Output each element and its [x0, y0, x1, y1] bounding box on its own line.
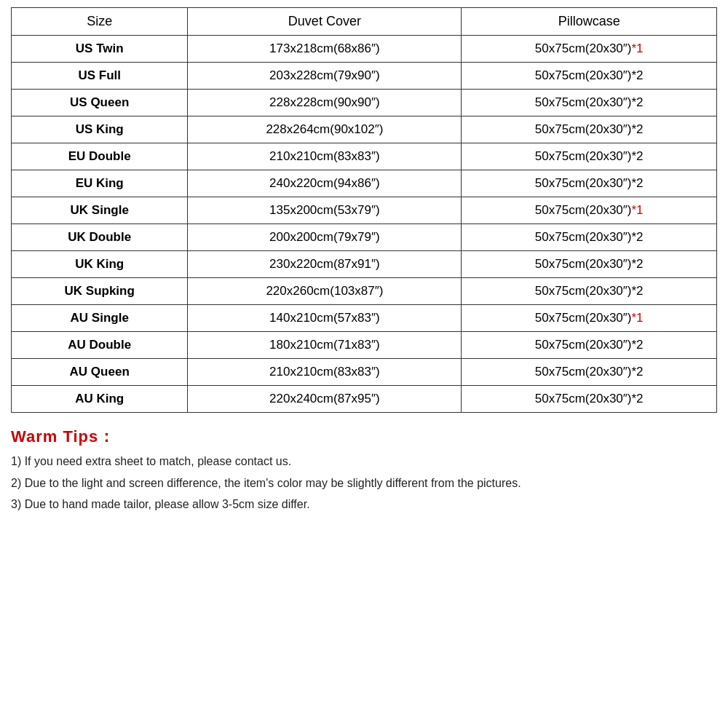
- table-row: US King228x264cm(90x102″)50x75cm(20x30″)…: [12, 116, 717, 143]
- table-row: AU Double180x210cm(71x83″)50x75cm(20x30″…: [12, 332, 717, 359]
- cell-pillowcase: 50x75cm(20x30″)*2: [462, 143, 717, 170]
- table-row: EU King240x220cm(94x86″)50x75cm(20x30″)*…: [12, 170, 717, 197]
- warm-tips-item: 2) Due to the light and screen differenc…: [11, 474, 717, 493]
- cell-duvet: 240x220cm(94x86″): [188, 170, 462, 197]
- cell-pillowcase: 50x75cm(20x30″)*1: [462, 305, 717, 332]
- cell-pillowcase: 50x75cm(20x30″)*2: [462, 386, 717, 413]
- cell-pillowcase: 50x75cm(20x30″)*2: [462, 170, 717, 197]
- cell-size: US Twin: [12, 36, 188, 63]
- cell-size: AU Single: [12, 305, 188, 332]
- table-row: UK Supking220x260cm(103x87″)50x75cm(20x3…: [12, 278, 717, 305]
- cell-size: UK Double: [12, 224, 188, 251]
- cell-duvet: 135x200cm(53x79″): [188, 197, 462, 224]
- table-row: US Full203x228cm(79x90″)50x75cm(20x30″)*…: [12, 63, 717, 90]
- cell-pillowcase: 50x75cm(20x30″)*2: [462, 359, 717, 386]
- cell-size: EU King: [12, 170, 188, 197]
- cell-pillowcase: 50x75cm(20x30″)*2: [462, 278, 717, 305]
- cell-size: US Full: [12, 63, 188, 90]
- table-row: US Twin173x218cm(68x86″)50x75cm(20x30″)*…: [12, 36, 717, 63]
- cell-size: UK King: [12, 251, 188, 278]
- cell-size: AU Double: [12, 332, 188, 359]
- table-row: US Queen228x228cm(90x90″)50x75cm(20x30″)…: [12, 90, 717, 116]
- header-size: Size: [12, 8, 188, 36]
- table-row: EU Double210x210cm(83x83″)50x75cm(20x30″…: [12, 143, 717, 170]
- warm-tips-title: Warm Tips：: [11, 426, 717, 448]
- size-chart-table: Size Duvet Cover Pillowcase US Twin173x2…: [11, 7, 717, 413]
- cell-duvet: 220x240cm(87x95″): [188, 386, 462, 413]
- cell-pillowcase: 50x75cm(20x30″)*2: [462, 63, 717, 90]
- cell-duvet: 173x218cm(68x86″): [188, 36, 462, 63]
- table-row: AU Queen210x210cm(83x83″)50x75cm(20x30″)…: [12, 359, 717, 386]
- cell-duvet: 140x210cm(57x83″): [188, 305, 462, 332]
- cell-duvet: 210x210cm(83x83″): [188, 359, 462, 386]
- cell-pillowcase: 50x75cm(20x30″)*1: [462, 197, 717, 224]
- cell-size: AU Queen: [12, 359, 188, 386]
- cell-size: US Queen: [12, 90, 188, 116]
- table-row: UK King230x220cm(87x91″)50x75cm(20x30″)*…: [12, 251, 717, 278]
- cell-pillowcase: 50x75cm(20x30″)*2: [462, 251, 717, 278]
- table-row: UK Single135x200cm(53x79″)50x75cm(20x30″…: [12, 197, 717, 224]
- table-row: AU Single140x210cm(57x83″)50x75cm(20x30″…: [12, 305, 717, 332]
- cell-duvet: 228x264cm(90x102″): [188, 116, 462, 143]
- cell-duvet: 230x220cm(87x91″): [188, 251, 462, 278]
- table-row: AU King220x240cm(87x95″)50x75cm(20x30″)*…: [12, 386, 717, 413]
- cell-duvet: 210x210cm(83x83″): [188, 143, 462, 170]
- cell-size: UK Single: [12, 197, 188, 224]
- warm-tips-item: 3) Due to hand made tailor, please allow…: [11, 495, 717, 514]
- warm-tips-section: Warm Tips： 1) If you need extra sheet to…: [11, 426, 717, 514]
- cell-duvet: 220x260cm(103x87″): [188, 278, 462, 305]
- header-duvet: Duvet Cover: [188, 8, 462, 36]
- cell-size: AU King: [12, 386, 188, 413]
- cell-duvet: 228x228cm(90x90″): [188, 90, 462, 116]
- cell-pillowcase: 50x75cm(20x30″)*2: [462, 116, 717, 143]
- table-row: UK Double200x200cm(79x79″)50x75cm(20x30″…: [12, 224, 717, 251]
- cell-pillowcase: 50x75cm(20x30″)*2: [462, 332, 717, 359]
- cell-pillowcase: 50x75cm(20x30″)*2: [462, 224, 717, 251]
- cell-duvet: 180x210cm(71x83″): [188, 332, 462, 359]
- cell-duvet: 200x200cm(79x79″): [188, 224, 462, 251]
- cell-size: UK Supking: [12, 278, 188, 305]
- cell-pillowcase: 50x75cm(20x30″)*1: [462, 36, 717, 63]
- cell-size: EU Double: [12, 143, 188, 170]
- cell-duvet: 203x228cm(79x90″): [188, 63, 462, 90]
- cell-size: US King: [12, 116, 188, 143]
- header-pillowcase: Pillowcase: [462, 8, 717, 36]
- warm-tips-item: 1) If you need extra sheet to match, ple…: [11, 452, 717, 471]
- cell-pillowcase: 50x75cm(20x30″)*2: [462, 90, 717, 116]
